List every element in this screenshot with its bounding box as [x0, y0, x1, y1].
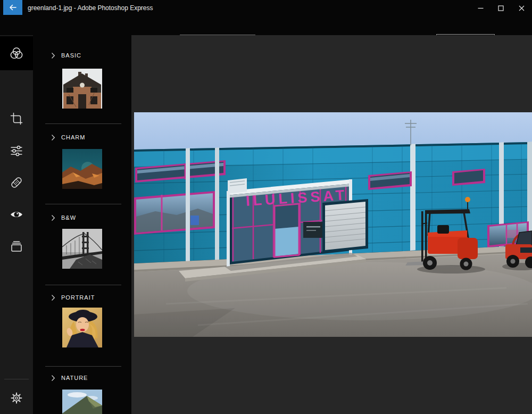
red-eye-icon: [9, 207, 24, 222]
tool-adjustments[interactable]: [0, 135, 33, 167]
greenland-photo: ILULISSAT: [134, 112, 532, 337]
chevron-right-icon: [51, 134, 55, 141]
chevron-right-icon: [51, 375, 55, 382]
adjustments-sliders-icon: [9, 143, 24, 158]
crop-icon: [9, 111, 24, 126]
back-button[interactable]: [3, 0, 22, 15]
filter-thumb-portrait[interactable]: [62, 308, 102, 347]
settings-button[interactable]: [0, 382, 33, 414]
section-label: NATURE: [61, 375, 88, 381]
maximize-icon: [498, 5, 504, 11]
panel-divider: [45, 123, 121, 124]
section-header-bw[interactable]: B&W: [51, 213, 76, 222]
nature-thumbnail-art: [62, 390, 102, 414]
tool-rail: [0, 35, 33, 414]
minimize-button[interactable]: [470, 0, 491, 16]
section-header-basic[interactable]: BASIC: [51, 51, 81, 60]
section-label: PORTRAIT: [61, 294, 95, 301]
section-label: CHARM: [61, 134, 85, 140]
section-header-charm[interactable]: CHARM: [51, 133, 85, 142]
looks-panel: BASIC CHARM: [33, 35, 131, 414]
tool-borders[interactable]: [0, 230, 33, 262]
chevron-right-icon: [51, 214, 55, 221]
panel-divider: [45, 285, 121, 285]
panel-divider: [45, 204, 121, 204]
close-icon: [519, 5, 525, 11]
rail-divider: [4, 379, 29, 379]
maximize-button[interactable]: [491, 0, 511, 16]
photo-canvas[interactable]: ILULISSAT: [134, 112, 532, 337]
portrait-thumbnail-art: [62, 308, 102, 347]
chevron-right-icon: [51, 294, 55, 301]
section-label: BASIC: [61, 52, 81, 59]
looks-filters-icon: [9, 46, 24, 61]
filter-thumb-nature[interactable]: [62, 390, 102, 414]
filter-thumb-basic[interactable]: [62, 69, 102, 109]
chevron-right-icon: [51, 52, 55, 59]
title-bar: greenland-1.jpg - Adobe Photoshop Expres…: [0, 0, 532, 16]
panel-divider: [45, 366, 121, 367]
workspace: ILULISSAT: [131, 35, 532, 414]
charm-thumbnail-art: [62, 149, 102, 189]
borders-icon: [9, 239, 24, 254]
tool-looks[interactable]: [0, 36, 33, 70]
filter-thumb-charm[interactable]: [62, 149, 102, 189]
section-label: B&W: [61, 214, 76, 221]
bw-thumbnail-art: [62, 229, 102, 269]
close-button[interactable]: [511, 0, 532, 16]
photoshop-express-window: greenland-1.jpg - Adobe Photoshop Expres…: [0, 0, 532, 414]
section-header-nature[interactable]: NATURE: [51, 374, 88, 382]
heal-bandage-icon: [9, 175, 24, 190]
minimize-icon: [478, 5, 484, 11]
tool-red-eye[interactable]: [0, 198, 33, 230]
tool-heal[interactable]: [0, 167, 33, 198]
tool-crop[interactable]: [0, 103, 33, 135]
gear-icon: [9, 391, 24, 405]
photo-garage-door: [322, 199, 368, 253]
window-title: greenland-1.jpg - Adobe Photoshop Expres…: [28, 0, 153, 16]
back-icon: [8, 3, 18, 12]
basic-thumbnail-art: [62, 69, 102, 109]
section-header-portrait[interactable]: PORTRAIT: [51, 293, 95, 302]
filter-thumb-bw[interactable]: [62, 229, 102, 269]
toolbar: Try Photoshop Elements: [0, 16, 532, 35]
